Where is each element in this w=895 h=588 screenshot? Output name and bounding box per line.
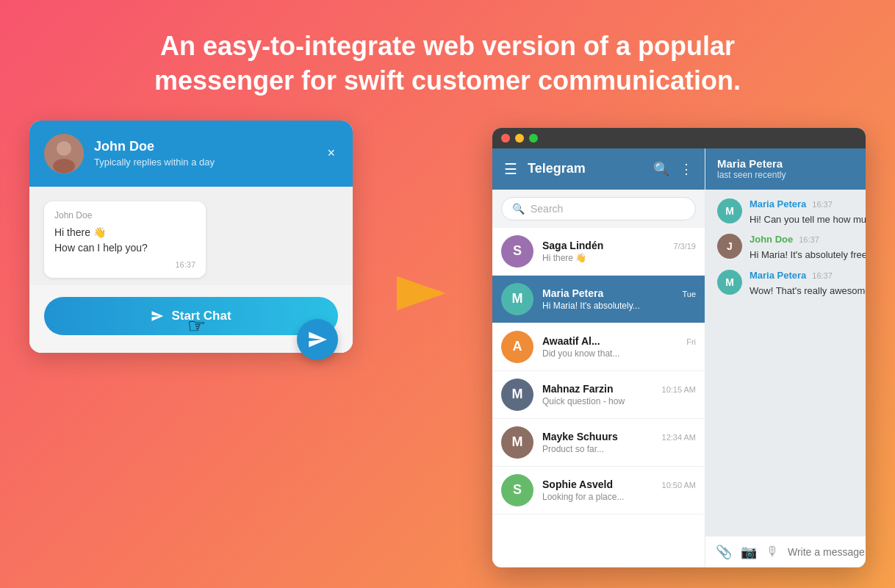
chat-avatar: M [501,379,533,411]
message-header: Maria Petera 16:37 [750,198,866,209]
chat-list-item[interactable]: M Maria Petera Tue Hi Maria! It's absolu… [492,276,705,323]
chat-row: Awaatif Al... Fri [542,335,696,347]
message-sender: Maria Petera [750,270,806,281]
tg-messages: M Maria Petera 16:37 Hi! Can you tell me… [705,190,866,536]
chat-avatar: S [501,474,533,506]
message-content: John Doe 16:37 Hi Maria! It's absolutely… [750,234,866,262]
bubble-line2: How can I help you? [54,240,195,256]
message-time: 16:37 [799,235,819,244]
chat-list-item[interactable]: M Mayke Schuurs 12:34 AM Product so far.… [492,419,705,467]
tg-main: ☰ Telegram 🔍 ⋮ 🔍 Search S [492,148,866,567]
chat-row: Maria Petera Tue [542,287,696,299]
chat-row: Mahnaz Farzin 10:15 AM [542,383,696,395]
message-header: Maria Petera 16:37 [750,270,866,281]
chat-info: Mayke Schuurs 12:34 AM Product so far... [542,431,696,454]
bubble-time: 16:37 [54,260,195,269]
svg-point-1 [57,141,71,156]
widget-body: John Doe Hi there 👋 How can I help you? … [29,187,353,285]
chat-list: S Saga Lindén 7/3/19 Hi there 👋 M Maria … [492,228,705,567]
chat-avatar: M [501,283,533,315]
headline: An easy-to-integrate web version of a po… [0,0,895,121]
message-item: M Maria Petera 16:37 Wow! That's really … [717,270,866,298]
chat-time: 7/3/19 [673,242,696,251]
search-header-icon[interactable]: 🔍 [653,161,669,177]
message-header: John Doe 16:37 [750,234,866,245]
tg-chat-area: Maria Petera last seen recently 🔍 ⋮ M Ma… [705,148,866,567]
widget-contact-name: John Doe [94,139,324,154]
telegram-fab[interactable] [297,319,338,360]
chat-avatar: M [501,426,533,459]
attach-icon[interactable]: 📎 [716,544,732,560]
chat-name: Mahnaz Farzin [542,383,613,395]
chat-time: Fri [686,337,696,346]
chat-preview: Hi there 👋 [542,253,696,263]
search-wrap: 🔍 Search [492,190,705,228]
chat-time: 10:15 AM [662,385,696,394]
message-sender: Maria Petera [750,198,806,209]
chat-avatar: A [501,331,533,363]
header-icons: 🔍 ⋮ [653,161,693,177]
chat-header-name: Maria Petera [717,157,786,170]
mic-icon[interactable]: 🎙 [766,544,779,559]
chat-time: 10:50 AM [662,481,696,490]
telegram-app: ☰ Telegram 🔍 ⋮ 🔍 Search S [492,128,866,567]
cursor-hand: ☞ [187,314,206,338]
app-title: Telegram [528,161,643,176]
camera-icon[interactable]: 📷 [741,544,757,560]
message-text: Hi! Can you tell me how much it costs to… [750,212,866,227]
telegram-fab-icon [307,329,328,350]
chat-name: Saga Lindén [542,240,603,251]
message-time: 16:37 [812,271,833,280]
chat-info: Saga Lindén 7/3/19 Hi there 👋 [542,240,696,263]
chat-preview: Quick question - how [542,396,696,406]
message-text: Wow! That's really awesome! Thank you! [750,284,866,298]
message-sender: John Doe [750,234,793,245]
bubble-line1: Hi there 👋 [54,225,195,240]
chat-preview: Did you know that... [542,348,696,359]
message-input[interactable] [788,546,866,558]
chat-row: Saga Lindén 7/3/19 [542,240,696,251]
message-item: J John Doe 16:37 Hi Maria! It's absolute… [717,234,866,262]
close-button[interactable]: × [324,143,338,164]
arrow-wrapper [397,121,448,319]
chat-list-item[interactable]: A Awaatif Al... Fri Did you know that... [492,323,705,371]
avatar [44,134,84,173]
chat-info: Maria Petera Tue Hi Maria! It's absolute… [542,287,696,311]
search-box[interactable]: 🔍 Search [501,197,696,220]
more-icon[interactable]: ⋮ [680,161,693,177]
chat-info: Sophie Asveld 10:50 AM Looking for a pla… [542,478,696,502]
chat-avatar: S [501,235,533,268]
chat-list-item[interactable]: S Sophie Asveld 10:50 AM Looking for a p… [492,467,705,514]
titlebar-dot-red [501,134,510,143]
chat-time: 12:34 AM [662,433,696,442]
message-time: 16:37 [812,200,833,209]
bubble-author: John Doe [54,210,195,220]
chat-name: Sophie Asveld [542,478,613,490]
chat-list-item[interactable]: M Mahnaz Farzin 10:15 AM Quick question … [492,371,705,419]
message-content: Maria Petera 16:37 Wow! That's really aw… [750,270,866,298]
tg-input-area: 📎 📷 🎙 😄❤️😊😂👍🙌 SEND [705,536,866,567]
widget-header: John Doe Typically replies within a day … [29,121,353,187]
avatar-svg [44,134,84,173]
chat-name: Awaatif Al... [542,335,600,347]
svg-point-2 [53,159,75,173]
chat-time: Tue [682,290,696,298]
titlebar-dot-green [529,134,538,143]
chat-header-status: last seen recently [717,170,786,180]
chat-preview: Looking for a place... [542,492,696,502]
message-avatar: M [717,198,742,223]
message-content: Maria Petera 16:37 Hi! Can you tell me h… [750,198,866,227]
widget-contact-status: Typically replies within a day [94,157,324,168]
menu-icon[interactable]: ☰ [504,160,517,178]
tg-app-header: ☰ Telegram 🔍 ⋮ [492,148,705,190]
arrow-icon [397,268,448,319]
chat-header-info: Maria Petera last seen recently [717,157,786,180]
chat-row: Mayke Schuurs 12:34 AM [542,431,696,442]
chat-info: Mahnaz Farzin 10:15 AM Quick question - … [542,383,696,406]
chat-preview: Hi Maria! It's absolutely... [542,301,696,311]
chat-preview: Product so far... [542,444,696,454]
titlebar-dot-yellow [515,134,524,143]
message-text: Hi Maria! It's absolutely free! [750,248,866,262]
search-placeholder: Search [531,203,563,215]
chat-list-item[interactable]: S Saga Lindén 7/3/19 Hi there 👋 [492,228,705,276]
